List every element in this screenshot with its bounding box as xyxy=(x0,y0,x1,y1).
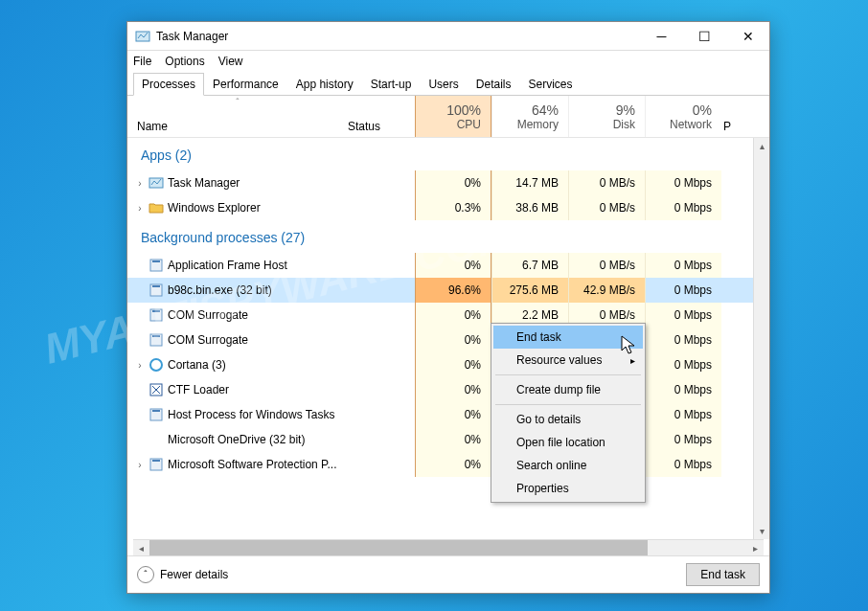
process-row[interactable]: › Cortana (3) 0% 98.5 MB 0 MB/s 0 Mbps xyxy=(127,352,769,377)
minimize-button[interactable]: ─ xyxy=(640,22,683,50)
network-cell: 0 Mbps xyxy=(645,278,721,303)
cpu-cell: 0% xyxy=(415,328,491,352)
context-menu-item[interactable]: Open file location xyxy=(493,431,643,454)
expand-icon[interactable]: › xyxy=(135,178,145,189)
app-icon xyxy=(148,457,164,472)
cpu-cell: 0% xyxy=(415,303,491,328)
cpu-cell: 0% xyxy=(415,402,491,427)
process-name: b98c.bin.exe (32 bit) xyxy=(168,283,272,297)
memory-cell: 38.6 MB xyxy=(491,195,568,220)
network-cell: 0 Mbps xyxy=(645,328,721,352)
network-cell: 0 Mbps xyxy=(645,402,721,427)
col-status[interactable]: Status xyxy=(348,96,415,137)
tab-startup[interactable]: Start-up xyxy=(362,73,421,96)
maximize-button[interactable]: ☐ xyxy=(683,22,726,50)
process-row[interactable]: Application Frame Host 0% 6.7 MB 0 MB/s … xyxy=(127,253,769,278)
scroll-up-icon[interactable]: ▴ xyxy=(754,138,769,154)
svg-rect-9 xyxy=(152,335,160,337)
process-name: CTF Loader xyxy=(168,383,229,396)
scroll-left-icon[interactable]: ◂ xyxy=(133,540,149,555)
process-name: Cortana (3) xyxy=(168,358,226,372)
context-menu-item[interactable]: End task xyxy=(493,326,643,349)
tab-processes[interactable]: Processes xyxy=(133,73,204,96)
group-apps: Apps (2) xyxy=(127,138,769,170)
app-icon xyxy=(148,407,164,422)
context-menu-item[interactable]: Properties xyxy=(493,477,643,500)
titlebar[interactable]: Task Manager ─ ☐ ✕ xyxy=(127,22,769,51)
process-name: Host Process for Windows Tasks xyxy=(168,408,335,421)
end-task-button[interactable]: End task xyxy=(686,563,760,586)
menu-separator xyxy=(495,404,641,405)
col-network[interactable]: 0% Network xyxy=(645,96,721,137)
task-manager-icon xyxy=(148,175,164,191)
process-row[interactable]: COM Surrogate 0% 1.4 MB 0 MB/s 0 Mbps xyxy=(127,328,769,352)
app-icon xyxy=(148,283,164,298)
menu-file[interactable]: File xyxy=(133,55,151,68)
col-disk[interactable]: 9% Disk xyxy=(568,96,645,137)
group-background: Background processes (27) xyxy=(127,220,769,253)
expand-icon[interactable]: › xyxy=(135,460,145,470)
vertical-scrollbar[interactable]: ▴ ▾ xyxy=(753,138,769,539)
menu-separator xyxy=(495,374,641,375)
cortana-icon xyxy=(148,357,164,373)
process-row[interactable]: › Microsoft Software Protection P... 0% … xyxy=(127,452,769,477)
process-name: Application Frame Host xyxy=(168,259,287,272)
network-cell: 0 Mbps xyxy=(645,253,721,278)
process-row[interactable]: COM Surrogate 0% 2.2 MB 0 MB/s 0 Mbps xyxy=(127,303,769,328)
close-button[interactable]: ✕ xyxy=(726,22,769,50)
svg-rect-5 xyxy=(152,285,160,287)
process-name: Microsoft OneDrive (32 bit) xyxy=(168,433,305,446)
col-name[interactable]: ˆ Name xyxy=(127,96,348,137)
context-menu-item[interactable]: Create dump file xyxy=(493,378,643,401)
scroll-thumb[interactable] xyxy=(149,540,648,555)
svg-rect-7 xyxy=(152,310,160,312)
menu-options[interactable]: Options xyxy=(165,55,204,68)
context-menu-item[interactable]: Resource values▸ xyxy=(493,349,643,372)
cpu-cell: 96.6% xyxy=(415,278,491,303)
column-headers: ˆ Name Status 100% CPU 64% Memory 9% Dis… xyxy=(127,96,769,138)
svg-rect-15 xyxy=(152,460,160,462)
horizontal-scrollbar[interactable]: ◂ ▸ xyxy=(133,539,764,555)
tab-app-history[interactable]: App history xyxy=(287,73,362,96)
tab-performance[interactable]: Performance xyxy=(204,73,287,96)
footer: ˆ Fewer details End task xyxy=(127,556,769,593)
svg-rect-13 xyxy=(152,410,160,412)
process-list: Apps (2) › Task Manager 0% 14.7 MB 0 MB/… xyxy=(127,138,769,539)
scroll-down-icon[interactable]: ▾ xyxy=(754,523,769,539)
expand-icon[interactable]: › xyxy=(135,360,145,371)
col-cpu[interactable]: 100% CPU xyxy=(415,96,491,137)
disk-cell: 0 MB/s xyxy=(568,253,645,278)
app-icon xyxy=(148,307,164,323)
disk-cell: 0 MB/s xyxy=(568,195,645,220)
tab-services[interactable]: Services xyxy=(519,73,581,96)
tab-users[interactable]: Users xyxy=(420,73,467,96)
folder-icon xyxy=(148,200,164,215)
memory-cell: 6.7 MB xyxy=(491,253,568,278)
process-name: COM Surrogate xyxy=(168,308,248,322)
task-manager-window: Task Manager ─ ☐ ✕ File Options View Pro… xyxy=(126,21,770,594)
expand-icon[interactable]: › xyxy=(135,203,145,214)
cpu-cell: 0% xyxy=(415,170,491,195)
col-extra[interactable]: P xyxy=(721,96,739,137)
submenu-arrow-icon: ▸ xyxy=(630,355,635,366)
fewer-details-button[interactable]: ˆ Fewer details xyxy=(137,566,228,583)
context-menu-item[interactable]: Go to details xyxy=(493,408,643,431)
process-row[interactable]: › Windows Explorer 0.3% 38.6 MB 0 MB/s 0… xyxy=(127,195,769,220)
process-name: Windows Explorer xyxy=(168,201,261,215)
process-name: Task Manager xyxy=(168,176,240,190)
process-row[interactable]: Microsoft OneDrive (32 bit) 0% 16.6 MB 0… xyxy=(127,427,769,452)
process-row[interactable]: Host Process for Windows Tasks 0% 2.8 MB… xyxy=(127,402,769,427)
cpu-cell: 0% xyxy=(415,427,491,452)
process-row[interactable]: › Task Manager 0% 14.7 MB 0 MB/s 0 Mbps xyxy=(127,170,769,195)
col-memory[interactable]: 64% Memory xyxy=(491,96,568,137)
scroll-right-icon[interactable]: ▸ xyxy=(747,540,764,555)
network-cell: 0 Mbps xyxy=(645,303,721,328)
context-menu-item[interactable]: Search online xyxy=(493,454,643,477)
context-menu: End taskResource values▸Create dump file… xyxy=(491,323,646,503)
window-controls: ─ ☐ ✕ xyxy=(640,22,769,50)
menu-view[interactable]: View xyxy=(218,55,243,68)
process-row[interactable]: CTF Loader 0% 3.6 MB 0 MB/s 0 Mbps xyxy=(127,377,769,402)
tab-details[interactable]: Details xyxy=(468,73,520,96)
network-cell: 0 Mbps xyxy=(645,452,721,477)
process-row[interactable]: b98c.bin.exe (32 bit) 96.6% 275.6 MB 42.… xyxy=(127,278,769,303)
